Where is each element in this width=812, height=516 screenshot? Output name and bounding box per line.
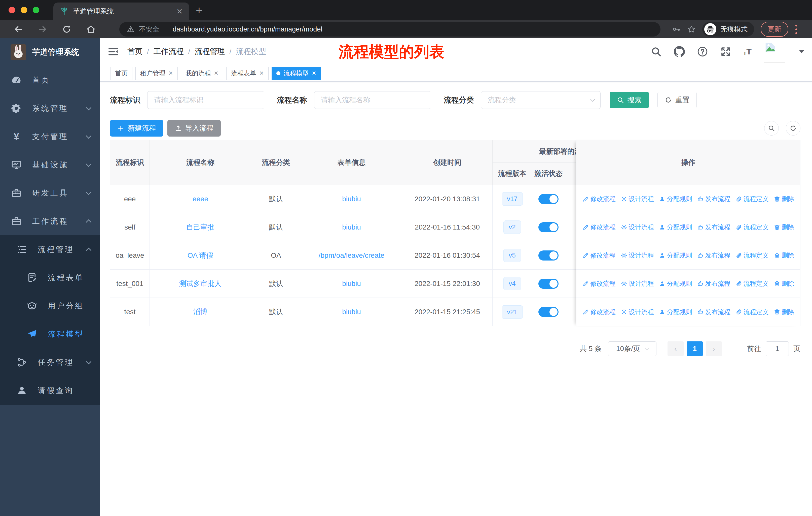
- sidebar-item-home[interactable]: 首页: [0, 66, 100, 94]
- action-trash-link[interactable]: 删除: [774, 223, 794, 231]
- zoom-window-button[interactable]: [33, 7, 39, 13]
- category-select[interactable]: 流程分类: [481, 91, 601, 109]
- active-toggle[interactable]: [539, 250, 558, 261]
- process-name-link[interactable]: 测试多审批人: [179, 279, 222, 289]
- password-key-icon[interactable]: [672, 25, 680, 33]
- bookmark-star-icon[interactable]: [687, 25, 696, 33]
- font-size-icon[interactable]: ᴛT: [743, 47, 752, 56]
- search-button[interactable]: 搜索: [610, 92, 649, 108]
- tag-process-form[interactable]: 流程表单✕: [226, 67, 268, 80]
- close-icon[interactable]: ✕: [312, 70, 316, 77]
- form-info-link[interactable]: biubiu: [342, 280, 361, 288]
- page-size-select[interactable]: 10条/页: [608, 342, 657, 356]
- prev-page-button[interactable]: ‹: [668, 342, 684, 356]
- browser-tab[interactable]: 芋道管理系统 ✕: [53, 2, 189, 20]
- sidebar-item-process-model[interactable]: 流程模型: [0, 320, 100, 348]
- refresh-table-button[interactable]: [786, 121, 801, 136]
- process-key-input[interactable]: [147, 91, 264, 109]
- tag-home[interactable]: 首页: [110, 67, 133, 80]
- help-icon[interactable]: [697, 46, 708, 57]
- form-info-link[interactable]: biubiu: [342, 195, 361, 203]
- sidebar-collapse-icon[interactable]: [108, 46, 119, 57]
- reset-button[interactable]: 重置: [658, 92, 697, 108]
- active-toggle[interactable]: [539, 222, 558, 232]
- close-icon[interactable]: ✕: [259, 70, 264, 77]
- sidebar-item-payment[interactable]: ¥ 支付管理: [0, 123, 100, 151]
- chrome-update-button[interactable]: 更新: [761, 22, 788, 37]
- action-trash-link[interactable]: 删除: [774, 279, 794, 288]
- fullscreen-icon[interactable]: [720, 46, 731, 57]
- next-page-button[interactable]: ›: [706, 342, 722, 356]
- action-publish-link[interactable]: 发布流程: [697, 279, 730, 288]
- close-window-button[interactable]: [8, 7, 15, 13]
- window-controls[interactable]: [0, 0, 48, 20]
- form-info-link[interactable]: biubiu: [342, 308, 361, 316]
- action-trash-link[interactable]: 删除: [774, 251, 794, 260]
- sidebar-item-user-group[interactable]: 用户分组: [0, 292, 100, 320]
- minimize-window-button[interactable]: [21, 7, 27, 13]
- goto-page-input[interactable]: [766, 342, 789, 356]
- action-gear-link[interactable]: 设计流程: [621, 223, 654, 231]
- breadcrumb-process-mgmt[interactable]: 流程管理: [195, 46, 225, 57]
- action-link-link[interactable]: 流程定义: [735, 251, 769, 260]
- action-link-link[interactable]: 流程定义: [735, 308, 769, 316]
- process-name-link[interactable]: 自己审批: [186, 222, 214, 232]
- home-icon[interactable]: [86, 24, 96, 34]
- form-info-link[interactable]: biubiu: [342, 223, 361, 231]
- active-toggle[interactable]: [539, 307, 558, 317]
- action-gear-link[interactable]: 设计流程: [621, 195, 654, 203]
- action-gear-link[interactable]: 设计流程: [621, 251, 654, 260]
- sidebar-item-process-mgmt[interactable]: 流程管理: [0, 235, 100, 264]
- page-number-1[interactable]: 1: [687, 342, 703, 356]
- tag-my-process[interactable]: 我的流程✕: [181, 67, 223, 80]
- action-user-link[interactable]: 分配规则: [659, 223, 692, 231]
- process-name-link[interactable]: 滔博: [193, 307, 207, 317]
- close-icon[interactable]: ✕: [168, 70, 173, 77]
- action-link-link[interactable]: 流程定义: [735, 223, 769, 231]
- active-toggle[interactable]: [539, 194, 558, 204]
- active-toggle[interactable]: [539, 279, 558, 289]
- action-user-link[interactable]: 分配规则: [659, 195, 692, 203]
- action-edit-link[interactable]: 修改流程: [582, 223, 616, 231]
- action-publish-link[interactable]: 发布流程: [697, 195, 730, 203]
- sidebar-item-system[interactable]: 系统管理: [0, 94, 100, 123]
- close-icon[interactable]: ✕: [214, 70, 218, 77]
- tag-process-model[interactable]: 流程模型✕: [271, 67, 321, 80]
- action-link-link[interactable]: 流程定义: [735, 279, 769, 288]
- action-publish-link[interactable]: 发布流程: [697, 251, 730, 260]
- new-process-button[interactable]: 新建流程: [110, 120, 163, 137]
- address-bar[interactable]: 不安全 dashboard.yudao.iocoder.cn/bpm/manag…: [119, 22, 661, 36]
- sidebar-item-devtools[interactable]: 研发工具: [0, 179, 100, 207]
- sidebar-item-task-mgmt[interactable]: 任务管理: [0, 348, 100, 376]
- tag-tenant[interactable]: 租户管理✕: [136, 67, 178, 80]
- action-edit-link[interactable]: 修改流程: [582, 195, 616, 203]
- action-gear-link[interactable]: 设计流程: [621, 279, 654, 288]
- action-publish-link[interactable]: 发布流程: [697, 223, 730, 231]
- action-publish-link[interactable]: 发布流程: [697, 308, 730, 316]
- action-user-link[interactable]: 分配规则: [659, 279, 692, 288]
- action-user-link[interactable]: 分配规则: [659, 251, 692, 260]
- search-icon[interactable]: [651, 46, 662, 57]
- back-icon[interactable]: [13, 24, 23, 34]
- browser-menu-icon[interactable]: [795, 25, 798, 34]
- github-icon[interactable]: [674, 46, 685, 57]
- reload-icon[interactable]: [62, 24, 71, 34]
- action-trash-link[interactable]: 删除: [774, 195, 794, 203]
- new-tab-button[interactable]: +: [196, 4, 202, 17]
- process-name-link[interactable]: eeee: [193, 195, 208, 203]
- caret-down-icon[interactable]: [799, 50, 805, 53]
- action-link-link[interactable]: 流程定义: [735, 195, 769, 203]
- toggle-search-button[interactable]: [764, 121, 779, 136]
- form-info-link[interactable]: /bpm/oa/leave/create: [319, 251, 385, 260]
- action-gear-link[interactable]: 设计流程: [621, 308, 654, 316]
- sidebar-item-process-form[interactable]: 流程表单: [0, 264, 100, 292]
- process-name-input[interactable]: [314, 91, 431, 109]
- action-trash-link[interactable]: 删除: [774, 308, 794, 316]
- action-edit-link[interactable]: 修改流程: [582, 251, 616, 260]
- action-edit-link[interactable]: 修改流程: [582, 279, 616, 288]
- action-edit-link[interactable]: 修改流程: [582, 308, 616, 316]
- sidebar-item-infra[interactable]: 基础设施: [0, 151, 100, 179]
- avatar[interactable]: [764, 41, 785, 62]
- sidebar-item-leave-query[interactable]: 请假查询: [0, 376, 100, 405]
- forward-icon[interactable]: [38, 24, 47, 34]
